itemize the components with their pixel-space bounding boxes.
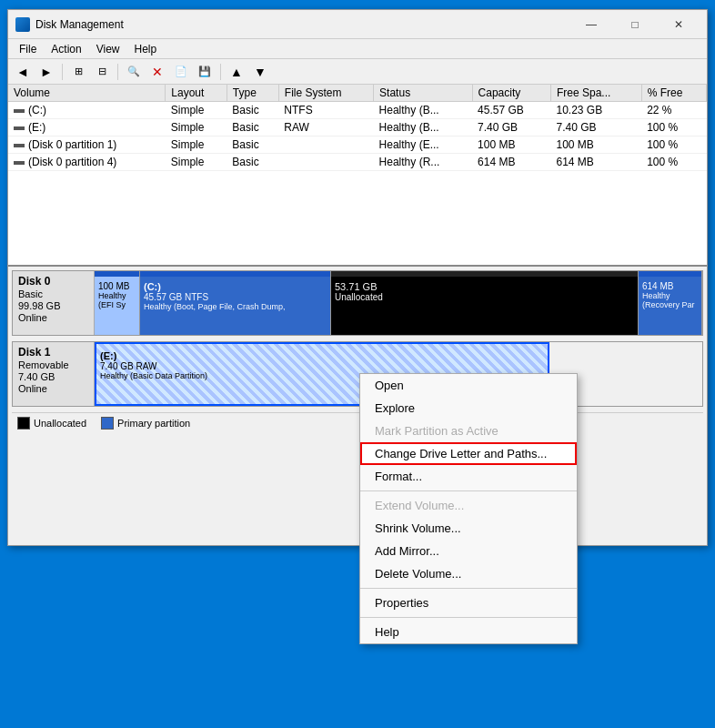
partition-c[interactable]: (C:) 45.57 GB NTFS Healthy (Boot, Page F… bbox=[140, 271, 331, 335]
tb-forward[interactable]: ► bbox=[35, 62, 57, 82]
legend: Unallocated Primary partition bbox=[12, 412, 703, 432]
col-capacity[interactable]: Capacity bbox=[472, 85, 550, 102]
tb-sep3 bbox=[220, 64, 221, 80]
context-menu: OpenExploreMark Partition as ActiveChang… bbox=[359, 373, 578, 644]
disk-0-partitions: 100 MB Healthy (EFI Sy (C:) 45.57 GB NTF… bbox=[95, 271, 702, 335]
ctx-item-explore[interactable]: Explore bbox=[360, 397, 577, 420]
menu-help[interactable]: Help bbox=[127, 41, 165, 57]
tb-down[interactable]: ▼ bbox=[249, 62, 271, 82]
ctx-item-mark-partition-as-active: Mark Partition as Active bbox=[360, 420, 577, 442]
tb-zoom-in[interactable]: ⊞ bbox=[67, 62, 89, 82]
tb-back[interactable]: ◄ bbox=[12, 62, 34, 82]
tb-sep2 bbox=[117, 64, 118, 80]
table-row[interactable]: (Disk 0 partition 4) Simple Basic Health… bbox=[8, 154, 707, 171]
close-button[interactable]: ✕ bbox=[658, 10, 700, 39]
menu-action[interactable]: Action bbox=[44, 41, 88, 57]
menubar: File Action View Help bbox=[8, 39, 707, 59]
disk-0-label: Disk 0 Basic 99.98 GB Online bbox=[13, 271, 95, 335]
disk-1-row: Disk 1 Removable 7.40 GB Online (E:) 7.4… bbox=[12, 341, 703, 407]
ctx-item-help[interactable]: Help bbox=[360, 621, 577, 643]
app-icon bbox=[15, 17, 30, 32]
partition-recovery[interactable]: 614 MB Healthy (Recovery Par bbox=[639, 271, 702, 335]
ctx-item-delete-volume...[interactable]: Delete Volume... bbox=[360, 562, 577, 585]
titlebar-buttons: — □ ✕ bbox=[570, 10, 700, 39]
legend-unallocated: Unallocated bbox=[17, 417, 86, 430]
tb-sep1 bbox=[62, 64, 63, 80]
col-volume[interactable]: Volume bbox=[8, 85, 166, 102]
ctx-item-extend-volume...: Extend Volume... bbox=[360, 494, 577, 517]
tb-new[interactable]: 📄 bbox=[170, 62, 192, 82]
table-row[interactable]: (Disk 0 partition 1) Simple Basic Health… bbox=[8, 136, 707, 154]
window-title: Disk Management bbox=[35, 18, 570, 31]
col-free[interactable]: Free Spa... bbox=[550, 85, 641, 102]
tb-properties[interactable]: 🔍 bbox=[123, 62, 145, 82]
ctx-item-change-drive-letter-and-paths...[interactable]: Change Drive Letter and Paths... bbox=[360, 442, 577, 465]
disk-management-window: Disk Management — □ ✕ File Action View H… bbox=[7, 9, 708, 546]
tb-zoom-out[interactable]: ⊟ bbox=[91, 62, 113, 82]
menu-view[interactable]: View bbox=[89, 41, 127, 57]
disk-1-label: Disk 1 Removable 7.40 GB Online bbox=[13, 342, 95, 406]
col-status[interactable]: Status bbox=[374, 85, 472, 102]
col-fs[interactable]: File System bbox=[278, 85, 373, 102]
ctx-item-format...[interactable]: Format... bbox=[360, 465, 577, 488]
ctx-item-shrink-volume...[interactable]: Shrink Volume... bbox=[360, 517, 577, 540]
tb-delete[interactable]: ✕ bbox=[146, 62, 168, 82]
ctx-item-properties[interactable]: Properties bbox=[360, 592, 577, 614]
ctx-separator bbox=[360, 490, 577, 491]
toolbar: ◄ ► ⊞ ⊟ 🔍 ✕ 📄 💾 ▲ ▼ bbox=[8, 59, 707, 85]
ctx-item-add-mirror...[interactable]: Add Mirror... bbox=[360, 540, 577, 562]
volume-table: Volume Layout Type File System Status Ca… bbox=[8, 85, 707, 267]
col-layout[interactable]: Layout bbox=[166, 85, 227, 102]
partition-efi[interactable]: 100 MB Healthy (EFI Sy bbox=[95, 271, 140, 335]
disk-map: Disk 0 Basic 99.98 GB Online 100 MB Heal… bbox=[8, 267, 707, 545]
ctx-separator bbox=[360, 588, 577, 589]
menu-file[interactable]: File bbox=[12, 41, 44, 57]
partition-unalloc[interactable]: 53.71 GB Unallocated bbox=[331, 271, 639, 335]
col-pct[interactable]: % Free bbox=[641, 85, 706, 102]
tb-up[interactable]: ▲ bbox=[226, 62, 247, 82]
tb-save[interactable]: 💾 bbox=[194, 62, 216, 82]
ctx-separator bbox=[360, 617, 577, 618]
table-row[interactable]: (E:) Simple Basic RAW Healthy (B... 7.40… bbox=[8, 119, 707, 136]
titlebar: Disk Management — □ ✕ bbox=[8, 10, 707, 39]
ctx-item-open[interactable]: Open bbox=[360, 374, 577, 397]
col-type[interactable]: Type bbox=[227, 85, 278, 102]
legend-primary: Primary partition bbox=[101, 417, 190, 430]
table-row[interactable]: (C:) Simple Basic NTFS Healthy (B... 45.… bbox=[8, 102, 707, 119]
maximize-button[interactable]: □ bbox=[614, 10, 656, 39]
minimize-button[interactable]: — bbox=[570, 10, 612, 39]
disk-0-row: Disk 0 Basic 99.98 GB Online 100 MB Heal… bbox=[12, 270, 703, 336]
